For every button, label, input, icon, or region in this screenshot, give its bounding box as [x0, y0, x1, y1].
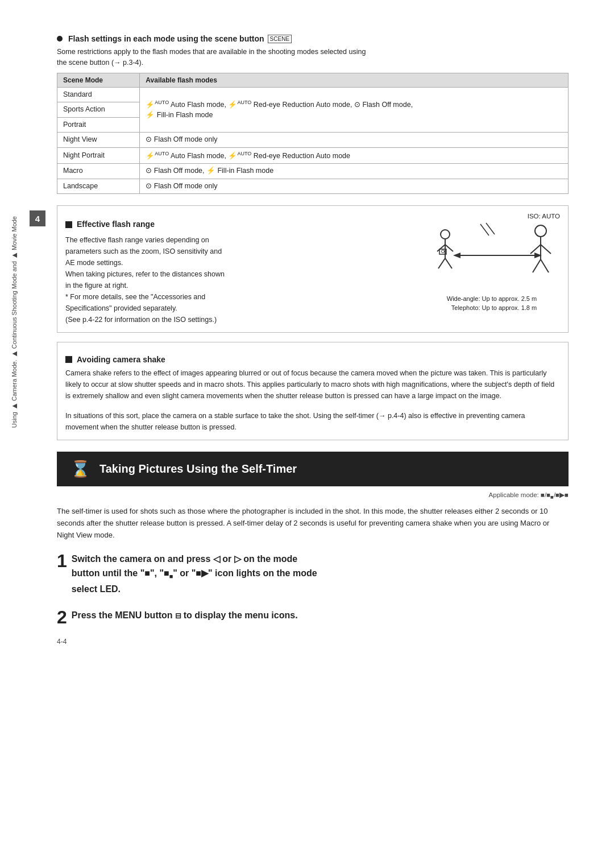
table-row: Night Portrait ⚡AUTO Auto Flash mode, ⚡A…: [57, 147, 569, 164]
scene-icon: SCENE: [268, 35, 292, 43]
table-cell-mode: Macro: [57, 164, 140, 179]
step2-text: Press the MENU button: [72, 610, 173, 620]
table-cell-flash: ⚡AUTO Auto Flash mode, ⚡AUTO Red-eye Red…: [140, 147, 569, 164]
flash-range-para: The effective flash range varies dependi…: [65, 234, 412, 325]
camera-shake-title: Avoiding camera shake: [77, 355, 165, 364]
page-container: Using ▶ Camera Mode. ▶ Continuous Shooti…: [0, 0, 614, 868]
svg-point-11: [535, 225, 546, 237]
table-cell-mode: Standard: [57, 87, 140, 102]
flash-diagram-svg: [429, 218, 554, 292]
self-timer-title: Taking Pictures Using the Self-Timer: [99, 462, 297, 476]
table-cell-flash: ⊙ Flash Off mode, ⚡ Fill-in Flash mode: [140, 164, 569, 179]
flash-settings-section: Flash settings in each mode using the sc…: [57, 34, 569, 194]
svg-line-16: [541, 259, 549, 272]
step1-content: Switch the camera on and press ◁ or ▷ on…: [72, 552, 317, 597]
menu-button-icon: ⊟: [175, 611, 184, 620]
bullet-icon: [57, 36, 63, 42]
step1-or: or: [222, 554, 234, 564]
table-row: Landscape ⊙ Flash Off mode only: [57, 179, 569, 194]
table-col-flash: Available flash modes: [140, 73, 569, 87]
black-square-icon: [65, 221, 72, 228]
table-col-mode: Scene Mode: [57, 73, 140, 87]
step2-text2: to display the menu icons.: [184, 610, 298, 620]
self-timer-banner: ⌛ Taking Pictures Using the Self-Timer: [57, 452, 569, 486]
flash-range-section: Effective flash range The effective flas…: [57, 205, 569, 333]
step2-content: Press the MENU button ⊟ to display the m…: [72, 608, 298, 623]
table-cell-flash: ⊙ Flash Off mode only: [140, 133, 569, 148]
table-row: Standard ⚡AUTO Auto Flash mode, ⚡AUTO Re…: [57, 87, 569, 102]
table-cell-mode: Landscape: [57, 179, 140, 194]
camera-shake-para1: Camera shake refers to the effect of ima…: [65, 367, 560, 402]
flash-range-text: Effective flash range The effective flas…: [65, 213, 412, 325]
flash-desc: Some restrictions apply to the flash mod…: [57, 47, 569, 68]
table-cell-flash: ⊙ Flash Off mode only: [140, 179, 569, 194]
applicable-label: Applicable mode:: [489, 491, 539, 498]
svg-point-0: [441, 230, 450, 239]
flash-range-title: Effective flash range: [77, 218, 155, 231]
svg-line-17: [480, 224, 489, 235]
svg-line-15: [533, 259, 541, 272]
svg-line-14: [541, 245, 551, 254]
step2-block: 2 Press the MENU button ⊟ to display the…: [57, 608, 569, 626]
page-number: 4-4: [57, 638, 569, 646]
table-cell-mode: Portrait: [57, 117, 140, 133]
svg-line-18: [486, 223, 495, 234]
black-square-icon2: [65, 356, 72, 363]
flash-table: Scene Mode Available flash modes Standar…: [57, 73, 569, 195]
flash-range-header: Effective flash range: [65, 218, 412, 231]
chapter-tab: 4: [30, 210, 45, 226]
caption-wide: Wide-angle: Up to approx. 2.5 m: [447, 295, 537, 302]
step1-number: 1: [57, 552, 67, 570]
table-cell-mode: Night View: [57, 133, 140, 148]
step2-number: 2: [57, 608, 67, 626]
diagram-caption: Wide-angle: Up to approx. 2.5 m Telephot…: [447, 295, 537, 312]
table-cell-mode: Night Portrait: [57, 147, 140, 164]
step1-text: Switch the camera on and press: [72, 554, 211, 564]
applicable-icons: ■/■■/■▶■: [541, 491, 569, 498]
table-row: Night View ⊙ Flash Off mode only: [57, 133, 569, 148]
flash-title-text: Flash settings in each mode using the sc…: [68, 34, 264, 43]
table-cell-flash-group1: ⚡AUTO Auto Flash mode, ⚡AUTO Red-eye Red…: [140, 87, 569, 133]
sidebar-label: Using ▶ Camera Mode. ▶ Continuous Shooti…: [10, 216, 19, 428]
svg-line-4: [438, 258, 445, 268]
table-cell-mode: Sports Action: [57, 102, 140, 118]
iso-label: ISO: AUTO: [528, 213, 560, 220]
caption-tele: Telephoto: Up to approx. 1.8 m: [447, 304, 537, 311]
flash-range-diagram: ISO: AUTO: [424, 213, 560, 325]
applicable-mode: Applicable mode: ■/■■/■▶■: [57, 491, 569, 500]
camera-shake-section: Avoiding camera shake Camera shake refer…: [57, 342, 569, 440]
camera-shake-header: Avoiding camera shake: [65, 355, 560, 364]
self-timer-icon: ⌛: [70, 460, 90, 478]
svg-point-7: [442, 250, 445, 253]
step1-btn-left: ◁: [213, 554, 222, 564]
flash-settings-title: Flash settings in each mode using the sc…: [57, 34, 569, 43]
svg-line-5: [445, 258, 452, 268]
camera-shake-para2: In situations of this sort, place the ca…: [65, 410, 560, 433]
step1-block: 1 Switch the camera on and press ◁ or ▷ …: [57, 552, 569, 597]
svg-marker-9: [453, 253, 460, 258]
table-row: Macro ⊙ Flash Off mode, ⚡ Fill-in Flash …: [57, 164, 569, 179]
step1-btn-right: ▷: [234, 554, 243, 564]
self-timer-desc: The self-timer is used for shots such as…: [57, 506, 569, 541]
svg-line-13: [530, 245, 541, 254]
